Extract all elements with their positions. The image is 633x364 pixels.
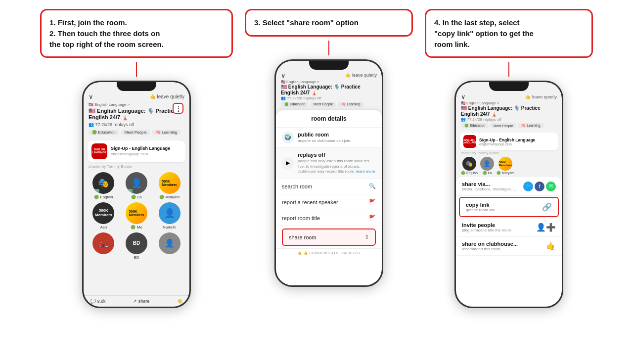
avatar-la: 👤 🇺🇸 🟢 La <box>122 172 152 199</box>
flag-icon-1: 🚩 <box>369 199 376 205</box>
avatar-last: 👤 <box>154 232 184 260</box>
p2-menu-report-speaker[interactable]: report a recent speaker 🚩 <box>276 194 382 210</box>
p2-menu-search-label: search room <box>282 183 312 189</box>
p3-tag-learn: 🧠 Learning <box>518 123 543 128</box>
p2-tags: 🟢 Education Meet People 🧠 Learning <box>281 102 377 107</box>
callout-box-2: 3. Select "share room" option <box>245 9 413 37</box>
three-dots-button[interactable]: ⋮ <box>173 103 183 114</box>
phone-2-screen: ∨ 🤙 leave quietly 🇺🇸 English Language > … <box>276 61 382 285</box>
p1-leave-btn[interactable]: 🤙 leave quietly <box>150 94 184 99</box>
p3-sponsor-card: ENGLISHLANGUAGE Sign-Up - English Langua… <box>460 133 558 150</box>
p3-invite-label: invite people <box>462 222 511 228</box>
callout1-line3: the top right of the room screen. <box>49 40 164 48</box>
phone-1-screen: ∨ 🤙 leave quietly 🇺🇸 English Language > … <box>84 82 189 307</box>
share-icon: ⇧ <box>364 234 369 240</box>
callout1-line1: 1. First, join the room. <box>49 18 127 27</box>
callout3-text: 3. Select "share room" option <box>254 18 359 27</box>
p1-card-url: englishlanguage.club <box>111 152 170 156</box>
p3-copy-link-wrapper: copy link get the room link 🔗 <box>459 197 559 217</box>
p3-av-maryam: 500KMembers <box>498 157 512 171</box>
p3-av-la-label: 🟢 La <box>483 171 492 175</box>
p2-tag-learning: 🧠 Learning <box>338 102 363 107</box>
p3-stats: 👥 77.2k/28 replays off <box>461 117 557 122</box>
tag-education: 🟢 Education <box>89 130 119 135</box>
avatar-english: 🎭 🇺🇸 🟢 English <box>89 172 119 199</box>
link-icon: 🔗 <box>542 202 552 212</box>
p3-room-name: 🇺🇸 English Language: 🎙️ Practice English… <box>461 105 557 117</box>
p3-social-icons: 🐦 f ✉ <box>523 182 556 191</box>
avatar-maryam: 500KMembers 🟢 Maryam <box>154 172 184 199</box>
p1-room-title: 🇺🇸 English Language: 🎙️ Practice English… <box>89 108 184 121</box>
callout4-line3: room link. <box>434 40 470 48</box>
p2-menu-share-label: share room <box>289 234 316 240</box>
p2-share-wrapper: share room ⇧ <box>276 226 382 248</box>
p3-card-logo: ENGLISHLANGUAGE <box>463 135 476 148</box>
p3-invite-sub: ping someone into the room <box>462 228 511 232</box>
callout4-line2: "copy link" option to get the <box>434 29 534 38</box>
main-container: 1. First, join the room. 2. Then touch t… <box>0 0 633 364</box>
clubhouse-icon: 🤙 <box>546 241 556 251</box>
avatar-bd: BD BD <box>122 232 152 260</box>
p2-public-icon: 🌍 <box>282 132 294 143</box>
p2-menu-report-speaker-label: report a recent speaker <box>282 199 338 205</box>
p3-copy-link-label: copy link <box>466 202 495 208</box>
p2-modal-replays-title: replays off <box>298 152 376 158</box>
p3-copy-link[interactable]: copy link get the room link 🔗 <box>460 198 558 216</box>
p2-leave[interactable]: 🤙 leave quietly <box>345 73 377 78</box>
avatar-label-la: 🟢 La <box>131 195 141 199</box>
p3-back[interactable]: ∨ <box>461 93 466 100</box>
p1-share-btn[interactable]: ↗ share <box>133 299 149 304</box>
p3-invite-people[interactable]: invite people ping someone into the room… <box>456 218 562 237</box>
p2-menu-report-room[interactable]: report room title 🚩 <box>276 210 382 226</box>
p3-card-title: Sign-Up - English Language <box>479 137 535 142</box>
p1-breadcrumb: 🇺🇸 English Language > <box>89 102 184 107</box>
p3-tags: 🟢 Education Meet People 🧠 Learning <box>461 123 557 128</box>
avatar-label-maryam: 🟢 Maryam <box>159 195 180 199</box>
p2-menu-search[interactable]: search room 🔍 <box>276 179 382 194</box>
messages-icon: ✉ <box>546 182 556 191</box>
p2-stats: 👥 77.2k/28 replays off <box>281 96 377 100</box>
p1-tags: 🟢 Education Meet People 🧠 Learning <box>89 130 184 135</box>
twitter-icon: 🐦 <box>523 182 533 191</box>
avatar-img-last: 👤 <box>159 232 181 254</box>
connector-1 <box>136 62 137 77</box>
avatar-bike: 🏍️ <box>89 232 119 260</box>
avatar-img-mo: 500KMembers <box>126 202 147 224</box>
p3-share-via[interactable]: share via... twitter, facebook, messages… <box>456 177 562 196</box>
p1-card-title: Sign-Up - English Language <box>111 146 170 152</box>
p3-share-ch-sub: recommend this room <box>462 247 518 251</box>
learn-more-link[interactable]: learn more <box>356 169 375 174</box>
phone-2: ∨ 🤙 leave quietly 🇺🇸 English Language > … <box>274 59 383 287</box>
p2-modal-title: room details <box>276 110 382 128</box>
p1-bottom-bar: 💬 9.8k ↗ share 👋 <box>84 295 189 307</box>
p3-share-clubhouse[interactable]: share on clubhouse... recommend this roo… <box>456 237 562 256</box>
p1-back-arrow[interactable]: ∨ <box>89 93 93 100</box>
p2-modal-replays-section: ▶ replays off people can only listen thi… <box>276 148 382 179</box>
avatar-img-namchi: 👤 <box>159 202 181 224</box>
avatar-img-aso: 500KMembers <box>92 202 114 224</box>
p1-hand-btn[interactable]: 👋 <box>177 299 182 304</box>
p2-menu-share-room[interactable]: share room ⇧ <box>282 228 376 246</box>
p2-modal-public-sub: anyone on clubhouse can join. <box>298 138 351 143</box>
p3-share-sheet: share via... twitter, facebook, messages… <box>456 177 562 307</box>
p3-tag-meet: Meet People <box>490 123 516 128</box>
p3-copy-link-sub: get the room link <box>466 208 495 212</box>
p2-back[interactable]: ∨ <box>281 72 286 79</box>
p1-shared-by: shared by Tommy Bunns <box>84 164 189 170</box>
avatar-label-english: 🟢 English <box>94 195 113 199</box>
avatar-img-maryam: 500KMembers <box>159 172 181 194</box>
avatar-aso: 500KMembers Aso <box>89 202 119 229</box>
p3-av-maryam-label: 🟢 Maryam <box>497 171 514 175</box>
p1-chat-btn[interactable]: 💬 9.8k <box>90 299 106 304</box>
phone-3: ∨ 🤙 leave quietly 🇺🇸 English Language > … <box>454 81 563 308</box>
p3-card-url: englishlanguage.club <box>479 142 535 146</box>
tag-learning: 🧠 Learning <box>152 130 181 135</box>
flag-icon-2: 🚩 <box>369 215 376 221</box>
callout-box-3: 4. In the last step, select "copy link" … <box>425 9 593 58</box>
callout1-line2: 2. Then touch the three dots on <box>49 29 160 38</box>
avatar-img-bike: 🏍️ <box>92 232 114 254</box>
connector-2 <box>328 41 329 55</box>
p3-leave[interactable]: 🤙 leave quietly <box>525 94 557 99</box>
avatar-mo: 500KMembers 🟢 Mo <box>122 202 152 229</box>
p3-breadcrumb: 🇺🇸 English Language > <box>461 101 557 105</box>
